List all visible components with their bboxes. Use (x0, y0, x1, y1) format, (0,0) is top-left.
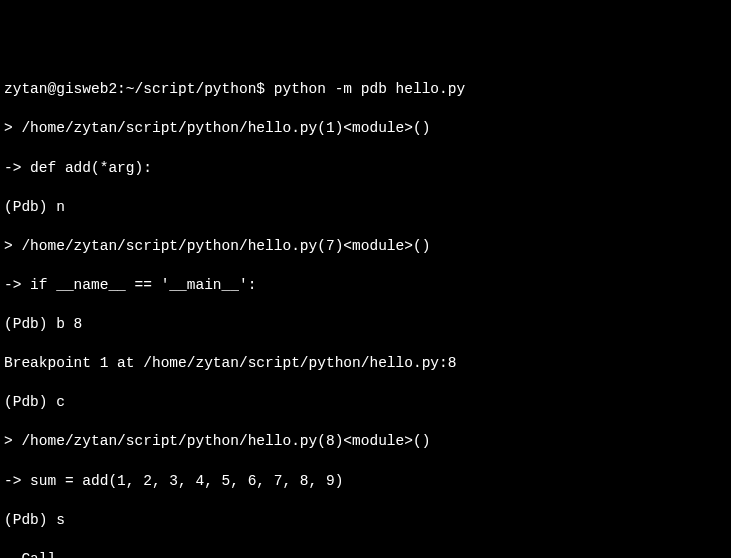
terminal-line-pdb-input: (Pdb) c (4, 393, 727, 413)
terminal-line-output: > /home/zytan/script/python/hello.py(8)<… (4, 432, 727, 452)
terminal-line-pdb-input: (Pdb) n (4, 198, 727, 218)
terminal-line-prompt: zytan@gisweb2:~/script/python$ python -m… (4, 80, 727, 100)
terminal-line-output: -> if __name__ == '__main__': (4, 276, 727, 296)
terminal-line-output: -> def add(*arg): (4, 159, 727, 179)
terminal-line-pdb-input: (Pdb) b 8 (4, 315, 727, 335)
terminal-line-output: --Call-- (4, 550, 727, 558)
terminal-line-output: -> sum = add(1, 2, 3, 4, 5, 6, 7, 8, 9) (4, 472, 727, 492)
terminal-line-pdb-input: (Pdb) s (4, 511, 727, 531)
terminal-line-output: > /home/zytan/script/python/hello.py(7)<… (4, 237, 727, 257)
terminal-line-output: > /home/zytan/script/python/hello.py(1)<… (4, 119, 727, 139)
terminal-line-output: Breakpoint 1 at /home/zytan/script/pytho… (4, 354, 727, 374)
